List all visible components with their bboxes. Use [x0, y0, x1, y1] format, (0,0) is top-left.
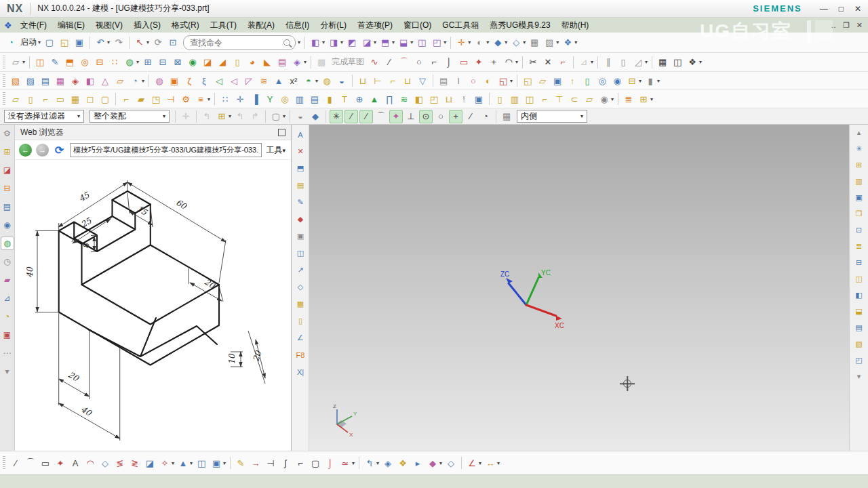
export-button[interactable]: ↑ [566, 74, 579, 87]
right-tool-14[interactable]: ◰ [853, 354, 865, 366]
mold-drawing-button[interactable]: ⊞ [637, 92, 650, 106]
mdi-close-button[interactable]: ✕ [856, 21, 863, 30]
shaded-with-edges-button-dropdown-arrow[interactable]: ▾ [486, 39, 489, 45]
bounded-plane-button[interactable]: ◈ [68, 74, 82, 87]
hd3d-tools[interactable]: ◉ [1, 219, 14, 231]
sew-button[interactable]: ◒ [335, 74, 349, 87]
trim-curve-button[interactable]: → [249, 456, 262, 470]
slope-button[interactable]: ▰ [134, 92, 148, 106]
right-tool-13[interactable]: ▧ [853, 338, 865, 350]
rectangle-curve-button[interactable]: ▭ [39, 456, 52, 470]
url-input[interactable] [70, 143, 262, 157]
window-layout-1-button[interactable]: ◧ [309, 36, 322, 49]
bolt-button[interactable]: ▐ [248, 92, 262, 106]
window-layout-1-button-dropdown-arrow[interactable]: ▾ [322, 39, 325, 45]
n-sided-surface-button[interactable]: △ [98, 74, 112, 87]
sketch-task-button-dropdown-arrow[interactable]: ▾ [22, 59, 25, 65]
window-layout-5-button[interactable]: ⬒ [378, 36, 392, 49]
right-tool-1[interactable]: ✳ [853, 143, 865, 155]
core-button[interactable]: ▢ [98, 92, 112, 106]
sidebar-down[interactable]: ▾ [1, 365, 14, 378]
mdi-restore-button[interactable]: ❐ [843, 21, 850, 30]
guide-pin-button[interactable]: ▯ [493, 92, 507, 106]
dowel-button[interactable]: ⊔ [442, 92, 456, 106]
system-materials-tab[interactable]: ▣ [1, 329, 14, 341]
edge-symmetry-button[interactable]: ◁ [227, 74, 241, 87]
datum-plane-button[interactable]: ◫ [33, 56, 47, 69]
ellipse-button[interactable]: ○ [467, 74, 480, 87]
true-shading-button-dropdown-arrow[interactable]: ▾ [574, 39, 577, 45]
curve-on-surface-button-dropdown-arrow[interactable]: ▾ [190, 460, 193, 466]
sketch-task-button[interactable]: ▱ [9, 56, 22, 69]
angle-tool-button[interactable]: ∠ [295, 332, 307, 344]
menu-item[interactable]: 编辑(E) [52, 20, 90, 31]
curve-mesh-button[interactable]: ▦ [54, 74, 67, 87]
window-layout-6-button-dropdown-arrow[interactable]: ▾ [410, 39, 413, 45]
undo-button-dropdown-arrow[interactable]: ▾ [107, 39, 110, 45]
screw-button[interactable]: T [338, 92, 351, 106]
diamond-tool-button[interactable]: ◇ [295, 281, 307, 293]
line-button[interactable]: ∕ [382, 56, 396, 69]
start-button[interactable]: ◔启动 [1, 36, 39, 49]
menu-item[interactable]: 信息(I) [280, 20, 315, 31]
eye-bolt-button-dropdown-arrow[interactable]: ▾ [611, 96, 614, 102]
shaded-with-edges-button[interactable]: ◐ [473, 36, 486, 49]
pattern-curve-button[interactable]: ▦ [656, 56, 669, 69]
comb-button[interactable]: ≡ [194, 92, 208, 106]
find-component-button[interactable]: ✛ [179, 110, 193, 123]
brush-tool-button[interactable]: ✎ [295, 197, 307, 208]
scroll-up-arrow[interactable]: ▴ [853, 127, 865, 138]
circle-center-toggle[interactable]: ⊙ [419, 110, 433, 123]
snapshot-button[interactable]: ◎ [595, 74, 609, 87]
offset-region-button-dropdown-arrow[interactable]: ▾ [439, 460, 442, 466]
menu-item[interactable]: 视图(V) [90, 20, 128, 31]
sprue-button[interactable]: ▲ [368, 92, 381, 106]
redo-button[interactable]: ↷ [112, 36, 125, 49]
lifter-tool-button[interactable]: ▯ [24, 92, 37, 106]
selection-scope-dropdown[interactable]: 整个装配 ▾ [90, 110, 170, 123]
divide-curve-button[interactable]: ⊣ [264, 456, 277, 470]
box-tool-button[interactable]: ▤ [295, 180, 307, 191]
folder-button[interactable]: ▱ [536, 74, 549, 87]
hanger-button[interactable]: ⊤ [553, 92, 566, 106]
delete-button[interactable]: ✕ [295, 146, 307, 157]
mold-drawing-button-dropdown-arrow[interactable]: ▾ [650, 96, 653, 102]
marquee-select-button[interactable]: ▢ [269, 110, 283, 123]
background-button[interactable]: ▨ [542, 36, 556, 49]
right-tool-8[interactable]: ⊟ [853, 257, 865, 268]
wcs-triad[interactable]: ZC YC XC [494, 268, 568, 329]
shape-curve-button[interactable]: ◠ [83, 456, 97, 470]
rectangle-button[interactable]: ▭ [457, 56, 471, 69]
right-tool-9[interactable]: ◫ [853, 273, 865, 285]
open-button[interactable]: ◱ [58, 36, 71, 49]
move-object-button[interactable]: ↰ [363, 456, 376, 470]
window-layout-5-button-dropdown-arrow[interactable]: ▾ [392, 39, 395, 45]
wear-plate-button[interactable]: ◰ [427, 92, 441, 106]
nail-button[interactable]: ! [457, 92, 471, 106]
i-beam-button[interactable]: I [452, 74, 465, 87]
y-cut-button[interactable]: Y [263, 92, 277, 106]
bridge-curve-button[interactable]: ◫ [195, 456, 208, 470]
thicken-button[interactable]: ▤ [275, 56, 289, 69]
parting-line-button[interactable]: ⌐ [119, 92, 133, 106]
section-surface-button[interactable]: ◔ [128, 74, 142, 87]
right-tool-6[interactable]: ⊡ [853, 224, 865, 236]
slider-tool-button[interactable]: ▱ [9, 92, 22, 106]
menu-item[interactable]: 燕秀UG模具9.23 [484, 20, 555, 31]
right-tool-10[interactable]: ◧ [853, 289, 865, 301]
block-button[interactable]: ⊟ [93, 56, 106, 69]
frame-tool-button[interactable]: ▣ [295, 230, 307, 242]
next-selection-button[interactable]: ↱ [248, 110, 262, 123]
save-button[interactable]: ▣ [73, 36, 86, 49]
menu-item[interactable]: 窗口(O) [398, 20, 437, 31]
ejector-pin-button[interactable]: ▮ [323, 92, 336, 106]
menu-item[interactable]: 装配(A) [242, 20, 280, 31]
intersection-toggle[interactable]: ⊥ [404, 110, 418, 123]
smooth-spline-button[interactable]: ≃ [338, 456, 352, 470]
curve-pattern-2-button[interactable]: ≷ [128, 456, 142, 470]
slot-button[interactable]: ▥ [508, 92, 521, 106]
history-tab[interactable]: ◷ [1, 256, 14, 268]
eye-bolt-button[interactable]: ◉ [597, 92, 611, 106]
corner-curve-button[interactable]: ⌐ [294, 456, 307, 470]
menu-item[interactable]: 格式(R) [166, 20, 205, 31]
